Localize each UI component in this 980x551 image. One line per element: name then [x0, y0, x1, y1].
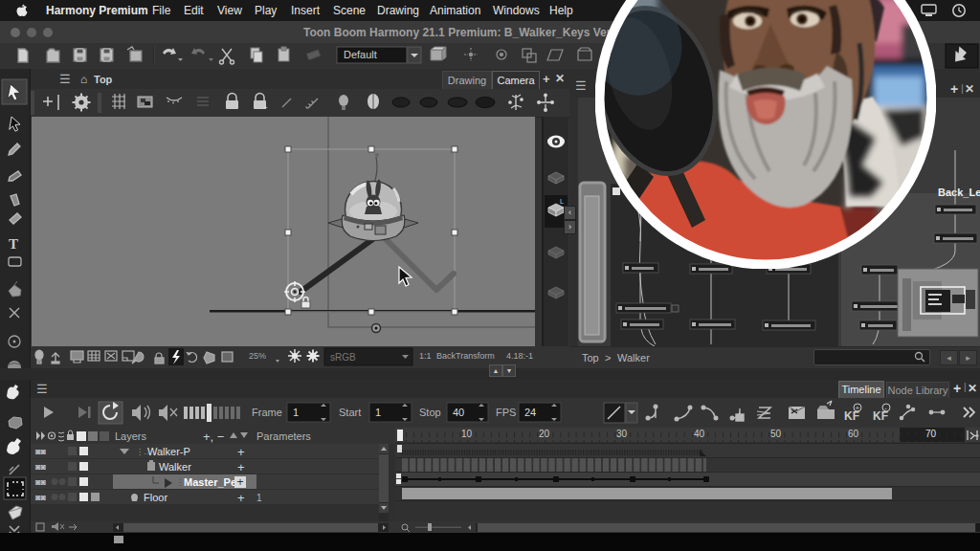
- svg-text:4.18:-1: 4.18:-1: [506, 351, 533, 361]
- svg-text:1:1: 1:1: [419, 351, 432, 361]
- svg-text:+, −: +, −: [203, 430, 224, 444]
- svg-text:+: +: [856, 404, 860, 412]
- svg-text:+: +: [237, 491, 245, 505]
- svg-text:BackTransform: BackTransform: [436, 351, 495, 361]
- svg-text:Frame: Frame: [252, 407, 282, 418]
- svg-text:25%: 25%: [249, 351, 266, 361]
- svg-text:◙◙: ◙◙: [35, 477, 46, 487]
- svg-text:50: 50: [770, 429, 782, 439]
- svg-text:T: T: [9, 236, 18, 252]
- svg-text:◙◙: ◙◙: [35, 447, 46, 456]
- svg-text:24: 24: [524, 407, 536, 418]
- svg-text:1: 1: [256, 493, 262, 503]
- svg-text:40: 40: [694, 429, 705, 439]
- svg-text:Master_Peg: Master_Peg: [184, 476, 243, 488]
- svg-text:+: +: [237, 445, 245, 459]
- svg-text:1: 1: [375, 407, 381, 418]
- svg-text:Floor: Floor: [144, 492, 167, 503]
- svg-text:⋮: ⋮: [176, 478, 184, 487]
- svg-text:Walker: Walker: [159, 461, 191, 473]
- svg-text:sRGB: sRGB: [330, 352, 356, 363]
- svg-text:Start: Start: [339, 407, 361, 418]
- svg-text:-: -: [884, 404, 887, 412]
- svg-text:+: +: [263, 103, 268, 112]
- svg-text:Stop: Stop: [419, 407, 441, 418]
- svg-text:10: 10: [461, 429, 473, 439]
- svg-text:20: 20: [539, 429, 550, 439]
- svg-text:◙◙: ◙◙: [35, 462, 46, 472]
- svg-text:Parameters: Parameters: [256, 430, 311, 442]
- svg-text:L: L: [560, 198, 564, 205]
- svg-text:+: +: [237, 460, 245, 474]
- svg-text:Walker-P: Walker-P: [147, 446, 190, 457]
- svg-text:60: 60: [848, 429, 859, 439]
- svg-text:70: 70: [925, 429, 937, 439]
- svg-text:30: 30: [616, 429, 628, 439]
- svg-text:+: +: [237, 475, 244, 489]
- svg-text:40: 40: [453, 407, 464, 418]
- svg-text:FPS: FPS: [496, 407, 516, 418]
- svg-text:Default: Default: [344, 49, 377, 60]
- svg-text:Back_Le: Back_Le: [938, 187, 980, 198]
- svg-text:1: 1: [293, 407, 299, 418]
- svg-text:Layers: Layers: [115, 430, 147, 442]
- svg-text:◙◙: ◙◙: [35, 493, 46, 502]
